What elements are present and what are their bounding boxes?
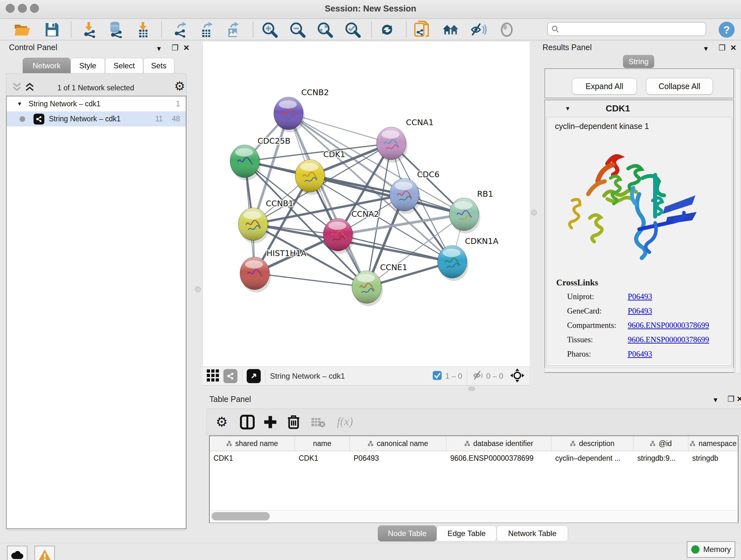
hide-selected-eye-icon[interactable]: [470, 22, 487, 38]
delete-column-trash-icon[interactable]: [286, 414, 300, 431]
zoom-in-icon[interactable]: [261, 22, 278, 38]
string-view-icon[interactable]: [223, 369, 238, 383]
help-icon[interactable]: ?: [718, 22, 735, 38]
collapse-all-button[interactable]: Collapse All: [646, 78, 713, 95]
left-splitter-handle[interactable]: [195, 287, 201, 292]
delete-table-icon[interactable]: [311, 417, 326, 429]
column-header[interactable]: description: [551, 436, 633, 451]
search-input[interactable]: [547, 22, 706, 36]
crosslink-value-link[interactable]: 9606.ENSP00000378699: [628, 335, 709, 344]
results-horizontal-scrollbar[interactable]: [544, 368, 734, 372]
tab-network-table[interactable]: Network Table: [496, 525, 568, 542]
cloud-status-button[interactable]: [7, 546, 27, 560]
function-builder-icon[interactable]: f(x): [337, 415, 353, 428]
column-header[interactable]: @id: [633, 436, 688, 451]
results-panel-float-icon[interactable]: ❐: [719, 44, 726, 52]
table-gear-icon[interactable]: ⚙: [216, 414, 228, 430]
table-toolbar: ⚙ f(x): [206, 409, 741, 435]
expand-all-networks-icon[interactable]: [24, 81, 35, 94]
divider: [467, 369, 467, 383]
table-panel-close-icon[interactable]: ✕: [737, 395, 741, 403]
tab-style[interactable]: Style: [71, 58, 105, 73]
memory-label: Memory: [703, 545, 731, 554]
import-network-database-icon[interactable]: [107, 22, 124, 38]
network-svg: CCNB2CCNA1CDC25BCDK1CDC6RB1CCNB1CCNA2CDK…: [203, 42, 530, 367]
zoom-selected-icon[interactable]: [344, 22, 361, 38]
collection-label: String Network – cdk1: [29, 100, 100, 108]
results-panel-title: Results Panel: [542, 43, 592, 52]
export-image-icon[interactable]: [225, 22, 241, 38]
results-panel-close-icon[interactable]: ✕: [730, 44, 737, 52]
column-header[interactable]: shared name: [210, 436, 295, 451]
zoom-fit-icon[interactable]: [317, 22, 333, 38]
column-header[interactable]: database identifier: [447, 436, 551, 451]
add-column-icon[interactable]: [263, 415, 278, 431]
collapse-all-networks-icon[interactable]: [11, 81, 22, 94]
entry-caret-icon[interactable]: ▼: [565, 105, 570, 112]
birds-eye-icon[interactable]: [510, 368, 524, 384]
entry-description: cyclin–dependent kinase 1: [555, 122, 732, 131]
control-panel-float-icon[interactable]: ❐: [172, 44, 179, 52]
horizontal-splitter-grip[interactable]: [468, 387, 475, 391]
scrollbar-thumb[interactable]: [212, 512, 270, 520]
show-columns-icon[interactable]: [240, 415, 255, 431]
node-label-CCNB1: CCNB1: [266, 199, 293, 208]
tab-select[interactable]: Select: [105, 58, 143, 73]
show-all-eye-icon[interactable]: [498, 22, 515, 38]
import-network-icon[interactable]: [81, 22, 98, 38]
column-header[interactable]: namespace: [688, 436, 738, 451]
crosslink-label: Compartments:: [567, 321, 628, 330]
results-panel-menu-icon[interactable]: ▾: [704, 44, 708, 53]
table-panel-menu-icon[interactable]: ▾: [714, 395, 718, 404]
table-header-row: shared name name canonical name database…: [210, 436, 738, 451]
table-row[interactable]: CDK1 CDK1 P06493 9606.ENSP00000378699 cy…: [210, 451, 738, 466]
crosslink-value-link[interactable]: 9606.ENSP00000378699: [628, 321, 709, 330]
network-canvas[interactable]: CCNB2CCNA1CDC25BCDK1CDC6RB1CCNB1CCNA2CDK…: [202, 42, 530, 367]
node-label-CDC25B: CDC25B: [258, 136, 290, 145]
expand-all-button[interactable]: Expand All: [572, 78, 637, 95]
zoom-out-icon[interactable]: [289, 22, 306, 38]
network-collection-row[interactable]: ▼ String Network – cdk1 1: [7, 97, 186, 111]
selected-checkbox-icon[interactable]: [432, 371, 442, 381]
hidden-eye-icon[interactable]: [472, 370, 484, 382]
network-edge[interactable]: [288, 113, 367, 287]
column-header[interactable]: name: [295, 436, 350, 451]
crosslink-value-link[interactable]: P06493: [628, 307, 652, 315]
crosslink-value-link[interactable]: P06493: [628, 292, 652, 301]
network-options-gear-icon[interactable]: ⚙: [174, 79, 185, 93]
export-network-icon[interactable]: [172, 22, 189, 38]
memory-button[interactable]: Memory: [687, 541, 735, 558]
crosslink-value-link[interactable]: P06493: [628, 350, 652, 359]
save-icon[interactable]: [44, 22, 60, 38]
home-icon[interactable]: [442, 22, 459, 38]
table-horizontal-scrollbar[interactable]: [210, 510, 738, 523]
grid-view-icon[interactable]: [207, 369, 219, 383]
network-row-selected[interactable]: String Network – cdk1 11 48: [7, 111, 186, 126]
results-scrollbar[interactable]: [735, 68, 740, 374]
node-label-CDK1: CDK1: [323, 150, 345, 159]
open-folder-icon[interactable]: [14, 22, 30, 38]
tab-sets[interactable]: Sets: [143, 58, 174, 73]
toolbar-separator: [71, 21, 71, 37]
string-document-icon[interactable]: [414, 22, 430, 38]
export-table-icon[interactable]: [199, 22, 215, 38]
control-panel-menu-icon[interactable]: ▾: [157, 44, 161, 53]
tab-network[interactable]: Network: [23, 58, 71, 73]
tab-node-table[interactable]: Node Table: [378, 525, 436, 542]
tab-string[interactable]: String: [623, 55, 654, 68]
open-in-window-icon[interactable]: [247, 369, 261, 383]
crosslink-row: Pharos: P06493: [567, 350, 732, 359]
import-table-icon[interactable]: [135, 22, 151, 38]
network-edge[interactable]: [255, 273, 367, 287]
right-splitter-handle[interactable]: [531, 210, 537, 215]
tab-edge-table[interactable]: Edge Table: [436, 525, 496, 542]
collection-caret-icon[interactable]: ▼: [17, 101, 22, 107]
table-panel-float-icon[interactable]: ❐: [728, 395, 735, 403]
network-node-count: 11: [155, 115, 163, 123]
divider: [265, 369, 266, 383]
toolbar-separator: [371, 21, 372, 37]
refresh-icon[interactable]: [379, 22, 395, 38]
control-panel-close-icon[interactable]: ✕: [183, 44, 190, 52]
warnings-button[interactable]: [35, 546, 55, 560]
column-header[interactable]: canonical name: [350, 436, 447, 451]
